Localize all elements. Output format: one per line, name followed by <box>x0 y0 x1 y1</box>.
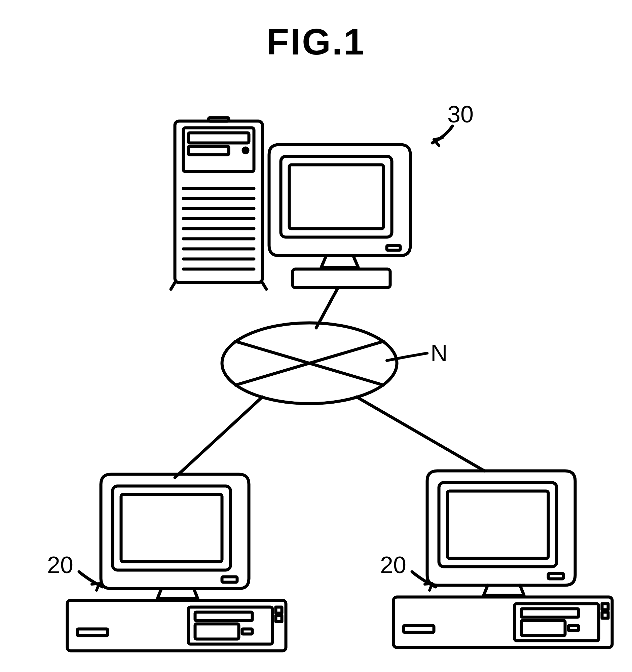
svg-rect-35 <box>276 616 282 622</box>
server-monitor-icon <box>269 145 410 288</box>
client-right-icon <box>393 471 612 647</box>
svg-rect-27 <box>222 577 237 582</box>
svg-line-23 <box>175 397 262 478</box>
network-hub-icon <box>222 323 397 404</box>
diagram-svg <box>0 0 632 672</box>
svg-rect-38 <box>548 573 563 579</box>
svg-rect-36 <box>439 483 557 567</box>
svg-rect-2 <box>188 133 249 143</box>
svg-rect-5 <box>209 118 229 121</box>
svg-rect-41 <box>521 609 579 617</box>
svg-rect-45 <box>602 604 608 610</box>
svg-rect-46 <box>602 612 608 618</box>
svg-rect-34 <box>276 607 282 613</box>
svg-line-24 <box>357 397 484 471</box>
svg-rect-15 <box>281 157 392 237</box>
svg-rect-44 <box>404 626 434 632</box>
svg-rect-18 <box>293 269 390 288</box>
svg-rect-42 <box>521 621 565 636</box>
figure-canvas: FIG.1 30 N 20 20 <box>0 0 632 672</box>
svg-rect-3 <box>188 146 229 155</box>
svg-rect-32 <box>242 629 252 634</box>
svg-rect-30 <box>195 612 252 621</box>
svg-rect-37 <box>447 491 548 558</box>
svg-rect-26 <box>121 495 222 562</box>
server-tower-icon <box>171 118 266 289</box>
svg-point-4 <box>243 148 248 153</box>
svg-rect-43 <box>568 626 579 631</box>
svg-rect-16 <box>289 165 384 229</box>
svg-rect-31 <box>195 624 239 639</box>
svg-rect-33 <box>77 629 107 636</box>
svg-rect-17 <box>387 245 400 250</box>
svg-rect-25 <box>113 486 230 570</box>
client-left-icon <box>67 474 286 651</box>
